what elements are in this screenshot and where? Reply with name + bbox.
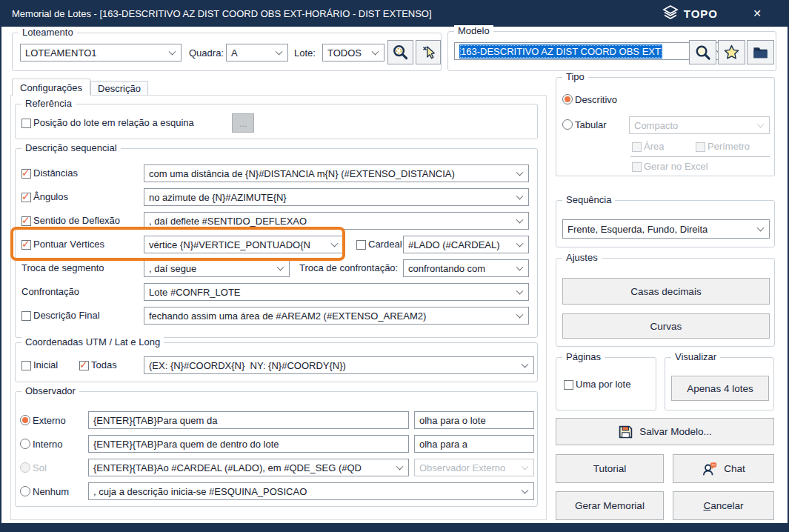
modelo-legend: Modelo bbox=[454, 25, 493, 36]
sequencia-select[interactable]: Frente, Esquerda, Fundo, Direita bbox=[562, 219, 770, 239]
cancelar-button[interactable]: Cancelar bbox=[673, 491, 774, 520]
uma-por-lote-checkbox[interactable] bbox=[564, 380, 573, 390]
pontuar-vertices-select[interactable]: vértice {N}#VERTICE_PONTUADO{N bbox=[144, 236, 344, 253]
pontuar-vertices-label: Pontuar Vértices bbox=[33, 239, 104, 250]
nenhum-select[interactable]: , cuja a descrição inicia-se #ESQUINA_PO… bbox=[88, 482, 534, 500]
pick-cursor-icon bbox=[421, 44, 436, 60]
favorite-model-button[interactable] bbox=[718, 40, 745, 64]
referencia-group: Referência Posição do lote em relação a … bbox=[15, 104, 538, 139]
angulos-checkbox[interactable] bbox=[21, 193, 31, 202]
coordenadas-select[interactable]: (EX: {N}#COORDX{N} NY: {N}#COORDY{N}) bbox=[144, 356, 534, 374]
tab-descricao[interactable]: Descrição bbox=[90, 81, 148, 96]
coordenadas-legend: Coordenadas UTM / Lat e Long bbox=[21, 336, 164, 348]
brand-name: TOPO bbox=[684, 7, 718, 20]
observador-nenhum-radio[interactable] bbox=[20, 486, 30, 496]
visualizar-group: Visualizar Apenas 4 lotes bbox=[665, 357, 774, 410]
tipo-tabular-label: Tabular bbox=[575, 119, 607, 130]
troca-segmento-label: Troca de segmento bbox=[21, 262, 104, 273]
close-button[interactable]: ✕ bbox=[746, 0, 768, 27]
angulos-select[interactable]: no azimute de {N}#AZIMUTE{N} bbox=[144, 188, 529, 206]
observador-interno-radio[interactable] bbox=[20, 439, 30, 449]
tabular-formato-select: Compacto bbox=[629, 116, 770, 134]
observador-sol-label: Sol bbox=[33, 462, 47, 473]
chevron-down-icon bbox=[396, 463, 404, 471]
pick-lot-button[interactable] bbox=[416, 40, 441, 64]
referencia-legend: Referência bbox=[21, 98, 76, 109]
troca-confrontacao-label: Troca de confrontação: bbox=[299, 262, 398, 273]
open-model-button[interactable] bbox=[747, 40, 774, 64]
salvar-modelo-button[interactable]: Salvar Modelo... bbox=[556, 418, 774, 445]
coord-todas-label: Todas bbox=[91, 359, 117, 370]
coord-inicial-label: Inicial bbox=[33, 359, 58, 370]
tipo-tabular-radio[interactable] bbox=[562, 119, 573, 130]
modelo-select[interactable]: 163-DESCRITIVO AZ DIST COORD OBS EXT bbox=[454, 42, 728, 60]
troca-confrontacao-select[interactable]: confrontando com bbox=[403, 259, 529, 277]
sol-select[interactable]: {ENTER}{TAB}Ao #CARDEAL (#LADO), em #QDE… bbox=[88, 459, 409, 476]
modelo-group: Modelo 163-DESCRITIVO AZ DIST COORD OBS … bbox=[447, 31, 776, 71]
descricao-final-select[interactable]: fechando assim uma área de #AREAM2 (#EXT… bbox=[144, 307, 529, 325]
gerar-memorial-button[interactable]: Gerar Memorial bbox=[556, 491, 664, 520]
esquina-ellipsis-button[interactable]: ... bbox=[232, 113, 254, 133]
floppy-disk-icon bbox=[618, 424, 633, 439]
cardeal-checkbox[interactable] bbox=[356, 240, 366, 250]
apenas-4-lotes-button[interactable]: Apenas 4 lotes bbox=[671, 376, 769, 401]
gerar-excel-label: Gerar no Excel bbox=[644, 161, 708, 172]
quadra-label: Quadra: bbox=[189, 47, 224, 59]
window-title: Memorial de Lotes - [163-DESCRITIVO AZ D… bbox=[12, 8, 432, 19]
distancias-checkbox[interactable] bbox=[21, 169, 31, 179]
loteamento-legend: Loteamento bbox=[19, 27, 77, 38]
descricao-final-checkbox[interactable] bbox=[21, 311, 31, 321]
casas-decimais-button[interactable]: Casas decimais bbox=[562, 278, 770, 305]
externo-text-input[interactable] bbox=[88, 411, 409, 429]
sentido-deflexao-checkbox[interactable] bbox=[21, 216, 31, 226]
area-checkbox bbox=[632, 142, 642, 152]
tutorial-button[interactable]: Tutorial bbox=[556, 454, 664, 483]
chat-button[interactable]: Chat bbox=[673, 454, 774, 483]
ajustes-group: Ajustes Casas decimais Curvas bbox=[556, 258, 775, 347]
chevron-down-icon bbox=[516, 264, 524, 271]
lote-select[interactable]: TODOS bbox=[322, 44, 384, 61]
titlebar: Memorial de Lotes - [163-DESCRITIVO AZ D… bbox=[0, 0, 789, 27]
search-model-button[interactable] bbox=[689, 40, 716, 64]
interno-text-input[interactable] bbox=[88, 435, 409, 453]
paginas-group: Páginas Uma por lote bbox=[556, 357, 656, 410]
tab-configuracoes[interactable]: Configurações bbox=[12, 79, 90, 96]
coordenadas-group: Coordenadas UTM / Lat e Long Inicial Tod… bbox=[15, 342, 538, 382]
observador-externo-radio[interactable] bbox=[20, 415, 30, 425]
observador-nenhum-label: Nenhum bbox=[33, 486, 69, 497]
sequencia-legend: Sequência bbox=[562, 194, 615, 205]
chevron-down-icon bbox=[276, 48, 283, 56]
curvas-button[interactable]: Curvas bbox=[562, 313, 770, 339]
topo-logo-icon bbox=[662, 4, 679, 22]
pontuar-vertices-checkbox[interactable] bbox=[21, 240, 31, 250]
modelo-selected-text: 163-DESCRITIVO AZ DIST COORD OBS EXT bbox=[459, 44, 662, 59]
externo-text2-input[interactable] bbox=[414, 411, 534, 429]
troca-segmento-select[interactable]: , daí segue bbox=[144, 259, 290, 277]
tipo-group: Tipo Descritivo Tabular Compacto Área Pe… bbox=[556, 77, 775, 176]
posicao-esquina-checkbox[interactable] bbox=[21, 119, 31, 128]
chevron-down-icon bbox=[757, 225, 765, 232]
descricao-sequencial-legend: Descrição sequencial bbox=[21, 142, 121, 153]
tipo-descritivo-label: Descritivo bbox=[575, 94, 617, 105]
zoom-extents-button[interactable] bbox=[387, 40, 413, 64]
cardeal-select[interactable]: #LADO (#CARDEAL) bbox=[403, 236, 529, 253]
distancias-select[interactable]: com uma distância de {N}#DISTANCIA m{N} … bbox=[144, 164, 529, 182]
observador-sol-radio bbox=[20, 462, 30, 473]
interno-text2-input[interactable] bbox=[414, 435, 534, 453]
chevron-down-icon bbox=[277, 264, 284, 271]
sequencia-group: Sequência Frente, Esquerda, Fundo, Direi… bbox=[556, 200, 775, 247]
chevron-down-icon bbox=[516, 216, 524, 224]
tipo-descritivo-radio[interactable] bbox=[562, 94, 573, 104]
loteamento-select[interactable]: LOTEAMENTO1 bbox=[20, 44, 182, 61]
chevron-down-icon bbox=[757, 121, 765, 128]
coord-inicial-checkbox[interactable] bbox=[21, 361, 31, 370]
sol-observador-select: Observador Externo bbox=[414, 459, 534, 476]
confrontacao-select[interactable]: Lote #CONFR_LOTE bbox=[144, 283, 529, 301]
quadra-select[interactable]: A bbox=[226, 44, 288, 61]
chevron-down-icon bbox=[516, 311, 524, 319]
loteamento-group: Loteamento LOTEAMENTO1 Quadra: A Lote: T… bbox=[12, 33, 442, 71]
coord-todas-checkbox[interactable] bbox=[79, 361, 89, 370]
sentido-deflexao-select[interactable]: , daí deflete #SENTIDO_DEFLEXAO bbox=[144, 212, 529, 230]
sentido-deflexao-label: Sentido de Deflexão bbox=[33, 215, 120, 226]
topo-brand: TOPO bbox=[662, 0, 718, 27]
